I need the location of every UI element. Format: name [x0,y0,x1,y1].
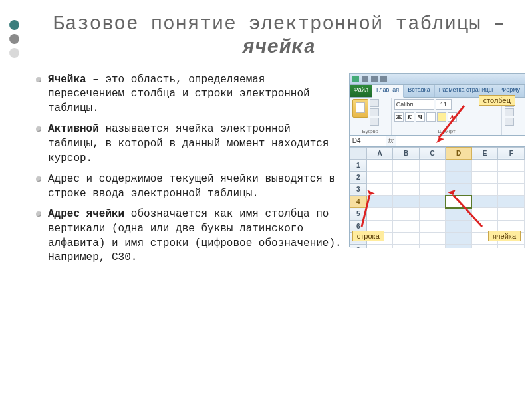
bullet-bold: Ячейка [48,74,86,86]
row-header[interactable]: 1 [350,159,366,171]
callout-cell: ячейка [488,231,521,241]
callout-column: столбец [479,95,515,106]
col-header[interactable]: C [419,147,446,159]
dot-gray [9,34,19,44]
bullet-list: Ячейка – это область, определяемая перес… [33,73,344,272]
dot-light [9,48,19,58]
col-header[interactable]: E [471,147,498,159]
align-icon[interactable] [505,108,514,116]
copy-icon[interactable] [370,108,379,116]
arrow-row-icon [355,190,375,228]
col-header[interactable]: A [366,147,393,159]
col-header[interactable]: B [393,147,420,159]
tab-insert[interactable]: Вставка [404,85,434,97]
border-button[interactable] [426,112,436,122]
slide-body: Ячейка – это область, определяемая перес… [33,73,525,272]
tab-file[interactable]: Файл [350,85,372,97]
title-main: Базовое понятие электронной таблицы – [53,13,506,35]
title-em: ячейка [243,37,316,59]
group-label-align [505,128,522,135]
decorative-dots [9,20,19,58]
italic-button[interactable]: К [405,112,414,122]
col-header-selected[interactable]: D [446,147,472,159]
callout-row: строка [352,231,384,241]
redo-icon [380,76,387,82]
dot-teal [9,20,19,30]
align-icon[interactable] [505,118,514,126]
bullet-item: Адрес ячейки обозначается как имя столбц… [33,207,344,265]
undo-icon [371,76,378,82]
arrow-cell-icon [448,190,485,228]
bullet-item: Ячейка – это область, определяемая перес… [33,73,344,116]
format-painter-icon[interactable] [370,118,379,126]
underline-button[interactable]: Ч [416,112,425,122]
row-header[interactable]: 2 [350,171,366,183]
arrow-column-icon [435,104,466,144]
save-icon [362,76,368,82]
paste-icon[interactable] [352,99,368,118]
excel-screenshot: столбец строка ячейка Файл Главная [349,73,525,247]
slide: Базовое понятие электронной таблицы – яч… [0,0,532,399]
slide-title: Базовое понятие электронной таблицы – яч… [33,13,525,60]
bold-button[interactable]: Ж [394,112,404,122]
ribbon-group-clipboard: Буфер обмена [350,98,392,135]
row-header[interactable]: 8 [350,244,366,248]
bullet-item: Адрес и содержимое текущей ячейки выводя… [33,172,344,201]
group-label-clipboard: Буфер обмена [352,128,388,135]
font-name-select[interactable]: Calibri [394,99,434,110]
tab-home[interactable]: Главная [372,85,404,98]
bullet-text: Адрес и содержимое текущей ячейки выводя… [48,173,335,200]
bullet-text: – это область, определяемая пересечением… [48,74,310,114]
fx-icon[interactable]: fx [386,136,396,146]
cut-icon[interactable] [370,99,379,107]
excel-icon [352,76,359,82]
select-all-corner[interactable] [350,147,366,159]
quick-access-toolbar [350,74,525,85]
bullet-bold: Адрес ячейки [48,208,124,220]
bullet-item: Активной называется ячейка электронной т… [33,122,344,166]
name-box[interactable]: D4 [350,136,386,146]
bullet-bold: Активной [48,123,99,135]
col-header[interactable]: F [498,147,525,159]
